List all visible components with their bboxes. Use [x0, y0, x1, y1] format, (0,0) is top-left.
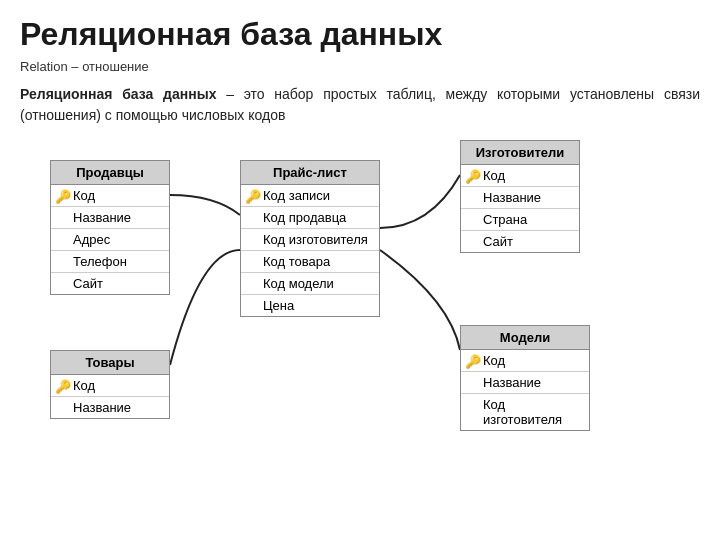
- prajs-row-5: Цена: [241, 295, 379, 316]
- modeli-row-1: Название: [461, 372, 589, 394]
- key-icon-prajs: 🔑: [245, 188, 261, 203]
- tovary-header: Товары: [51, 351, 169, 375]
- key-icon-izgotoviteli: 🔑: [465, 168, 481, 183]
- key-icon-modeli: 🔑: [465, 353, 481, 368]
- table-izgotoviteli: Изготовители 🔑Код Название Страна Сайт: [460, 140, 580, 253]
- table-prajs: Прайс-лист 🔑Код записи Код продавца Код …: [240, 160, 380, 317]
- tovary-row-1: Название: [51, 397, 169, 418]
- diagram-area: Продавцы 🔑Код Название Адрес Телефон Сай…: [20, 140, 700, 450]
- table-tovary: Товары 🔑Код Название: [50, 350, 170, 419]
- izgotoviteli-row-0: 🔑Код: [461, 165, 579, 187]
- prajs-row-4: Код модели: [241, 273, 379, 295]
- modeli-row-0: 🔑Код: [461, 350, 589, 372]
- description: Реляционная база данных – это набор прос…: [20, 84, 700, 126]
- table-modeli: Модели 🔑Код Название Кодизготовителя: [460, 325, 590, 431]
- table-prodavcy: Продавцы 🔑Код Название Адрес Телефон Сай…: [50, 160, 170, 295]
- key-icon-prodavcy: 🔑: [55, 188, 71, 203]
- tovary-row-0: 🔑Код: [51, 375, 169, 397]
- description-strong: Реляционная база данных: [20, 86, 216, 102]
- modeli-row-2: Кодизготовителя: [461, 394, 589, 430]
- izgotoviteli-row-1: Название: [461, 187, 579, 209]
- key-icon-tovary: 🔑: [55, 378, 71, 393]
- prodavcy-row-1: Название: [51, 207, 169, 229]
- prodavcy-row-0: 🔑Код: [51, 185, 169, 207]
- izgotoviteli-header: Изготовители: [461, 141, 579, 165]
- izgotoviteli-row-3: Сайт: [461, 231, 579, 252]
- page-title: Реляционная база данных: [20, 16, 700, 53]
- prodavcy-row-2: Адрес: [51, 229, 169, 251]
- prajs-row-2: Код изготовителя: [241, 229, 379, 251]
- prajs-row-3: Код товара: [241, 251, 379, 273]
- prodavcy-row-4: Сайт: [51, 273, 169, 294]
- prodavcy-row-3: Телефон: [51, 251, 169, 273]
- prodavcy-header: Продавцы: [51, 161, 169, 185]
- modeli-header: Модели: [461, 326, 589, 350]
- prajs-header: Прайс-лист: [241, 161, 379, 185]
- prajs-row-1: Код продавца: [241, 207, 379, 229]
- prajs-row-0: 🔑Код записи: [241, 185, 379, 207]
- subtitle: Relation – отношение: [20, 59, 700, 74]
- izgotoviteli-row-2: Страна: [461, 209, 579, 231]
